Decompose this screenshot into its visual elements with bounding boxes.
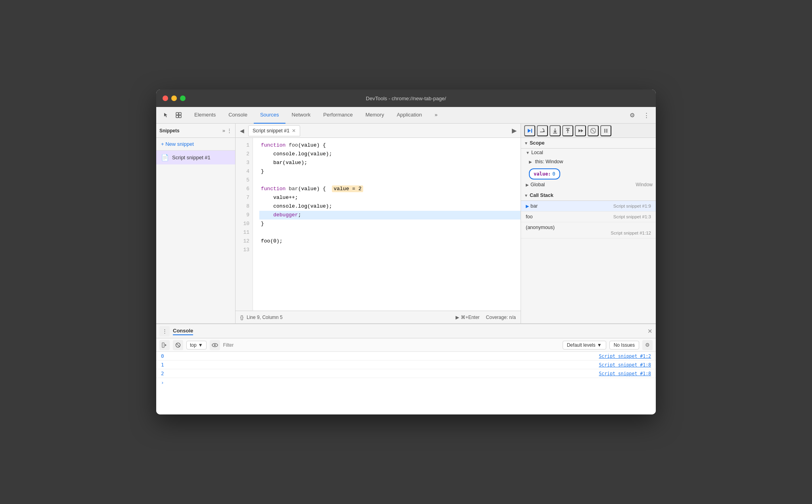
code-editor: 1234 5678 9101112 13 function foo(value)… <box>236 138 521 311</box>
this-value: this: Window <box>535 159 563 164</box>
console-eye-icon[interactable] <box>210 340 220 350</box>
status-bar: {} Line 9, Column 5 ▶ ⌘+Enter Coverage: … <box>236 311 521 323</box>
frame-fn-foo: foo <box>526 214 532 220</box>
window-title: DevTools - chrome://new-tab-page/ <box>366 95 446 101</box>
step-over-button[interactable] <box>537 125 548 136</box>
console-close-button[interactable]: ✕ <box>647 328 653 335</box>
default-levels-arrow: ▼ <box>597 342 602 348</box>
left-panel: Snippets » ⋮ + New snippet 📄 Script snip… <box>156 124 236 323</box>
editor-run-button[interactable]: ▶ <box>509 126 519 136</box>
code-line-10: } <box>259 220 521 228</box>
console-value-2: 2 <box>161 370 170 376</box>
frame-fn-bar: bar <box>530 203 538 209</box>
editor-tab-label: Script snippet #1 <box>253 128 289 134</box>
svg-rect-0 <box>176 113 178 115</box>
code-line-2: console.log(value); <box>259 150 521 158</box>
format-icon[interactable]: {} <box>240 315 243 320</box>
snippet-name: Script snippet #1 <box>172 155 211 160</box>
tab-application[interactable]: Application <box>391 107 429 124</box>
svg-rect-13 <box>162 343 164 347</box>
frame-location-bar: Script snippet #1:9 <box>613 204 651 208</box>
resume-button[interactable] <box>524 125 535 136</box>
snippet-item[interactable]: 📄 Script snippet #1 <box>156 151 235 164</box>
maximize-button[interactable] <box>180 95 186 101</box>
callstack-frame-anonymous[interactable]: (anonymous) Script snippet #1:12 <box>521 222 656 239</box>
this-entry: ▶ this: Window <box>521 157 656 167</box>
code-content[interactable]: function foo(value) { console.log(value)… <box>253 138 521 311</box>
tab-more[interactable]: » <box>428 107 444 124</box>
top-toolbar: Elements Console Sources Network Perform… <box>156 107 656 124</box>
console-block-icon[interactable] <box>173 340 183 350</box>
frame-location-anon: Script snippet #1:12 <box>611 231 651 235</box>
console-menu-icon[interactable]: ⋮ <box>159 326 170 336</box>
step-out-button[interactable] <box>562 125 573 136</box>
svg-rect-12 <box>606 129 607 133</box>
console-toolbar: top ▼ Default levels ▼ No Issues ⚙ <box>156 338 656 352</box>
console-header: ⋮ Console ✕ <box>156 324 656 338</box>
code-line-5 <box>259 176 521 185</box>
tab-console[interactable]: Console <box>222 107 254 124</box>
console-source-0[interactable]: Script snippet #1:2 <box>599 353 651 359</box>
console-source-1[interactable]: Script snippet #1:8 <box>599 362 651 368</box>
right-panel: ▼ Scope ▼ Local ▶ this: Window value: 0 <box>521 124 656 323</box>
debug-toolbar <box>521 124 656 138</box>
console-filter-input[interactable] <box>223 340 559 350</box>
callstack-frame-foo[interactable]: foo Script snippet #1:3 <box>521 212 656 222</box>
code-line-8: console.log(value); <box>259 202 521 211</box>
console-prompt[interactable]: › <box>156 378 656 387</box>
code-line-11 <box>259 228 521 237</box>
svg-line-15 <box>176 344 180 347</box>
right-panel-body: ▼ Scope ▼ Local ▶ this: Window value: 0 <box>521 138 656 323</box>
devtools-window: DevTools - chrome://new-tab-page/ Elemen… <box>156 90 656 414</box>
more-options-icon[interactable]: ⋮ <box>640 109 653 122</box>
code-line-12: foo(0); <box>259 237 521 246</box>
callstack-section-header[interactable]: ▼ Call Stack <box>521 190 656 201</box>
local-subsection[interactable]: ▼ Local <box>521 149 656 157</box>
new-snippet-button[interactable]: + New snippet <box>156 138 235 151</box>
dropdown-arrow: ▼ <box>198 342 203 348</box>
tab-elements[interactable]: Elements <box>188 107 222 124</box>
local-arrow: ▼ <box>526 151 530 155</box>
default-levels-button[interactable]: Default levels ▼ <box>563 341 606 349</box>
value-key: value: <box>534 170 551 178</box>
value-val: 0 <box>552 170 555 178</box>
code-line-6: function bar(value) { value = 2 <box>259 185 521 193</box>
scope-section-header[interactable]: ▼ Scope <box>521 138 656 149</box>
editor-nav-back[interactable]: ◀ <box>237 126 247 136</box>
console-source-2[interactable]: Script snippet #1:8 <box>599 371 651 376</box>
cursor-icon[interactable] <box>159 109 172 122</box>
step-button[interactable] <box>575 125 586 136</box>
deactivate-breakpoints-button[interactable] <box>588 125 599 136</box>
minimize-button[interactable] <box>171 95 177 101</box>
local-title: Local <box>531 150 543 155</box>
global-subsection[interactable]: ▶ Global Window <box>521 181 656 189</box>
console-execute-icon[interactable] <box>159 340 170 350</box>
no-issues-button[interactable]: No Issues <box>609 341 639 349</box>
step-into-button[interactable] <box>550 125 561 136</box>
tab-sources[interactable]: Sources <box>254 107 285 124</box>
console-context-dropdown[interactable]: top ▼ <box>186 341 207 349</box>
tab-network[interactable]: Network <box>285 107 317 124</box>
snippets-more-icon[interactable]: » <box>222 128 225 134</box>
pause-on-exception-button[interactable] <box>600 125 611 136</box>
coverage-status: Coverage: n/a <box>486 315 516 320</box>
callstack-frame-bar[interactable]: ▶ bar Script snippet #1:9 <box>521 201 656 212</box>
console-settings-icon[interactable]: ⚙ <box>642 340 653 350</box>
code-line-9: debugger; <box>259 211 521 220</box>
line-numbers: 1234 5678 9101112 13 <box>236 138 253 311</box>
close-button[interactable] <box>163 95 168 101</box>
status-bar-right: ▶ ⌘+Enter Coverage: n/a <box>456 315 516 320</box>
callstack-arrow: ▼ <box>524 193 528 198</box>
tab-memory[interactable]: Memory <box>359 107 391 124</box>
snippets-menu-icon[interactable]: ⋮ <box>227 128 232 134</box>
value-highlighted[interactable]: value: 0 <box>529 168 560 179</box>
inspect-icon[interactable] <box>172 109 185 122</box>
tab-performance[interactable]: Performance <box>317 107 359 124</box>
default-levels-label: Default levels <box>567 342 596 348</box>
console-body: 0 Script snippet #1:2 1 Script snippet #… <box>156 352 656 414</box>
settings-icon[interactable]: ⚙ <box>626 109 638 122</box>
new-snippet-label: + New snippet <box>161 141 194 147</box>
editor-tab-close[interactable]: ✕ <box>292 128 296 134</box>
snippets-title: Snippets <box>159 128 221 134</box>
editor-tab-snippet1[interactable]: Script snippet #1 ✕ <box>248 125 300 136</box>
